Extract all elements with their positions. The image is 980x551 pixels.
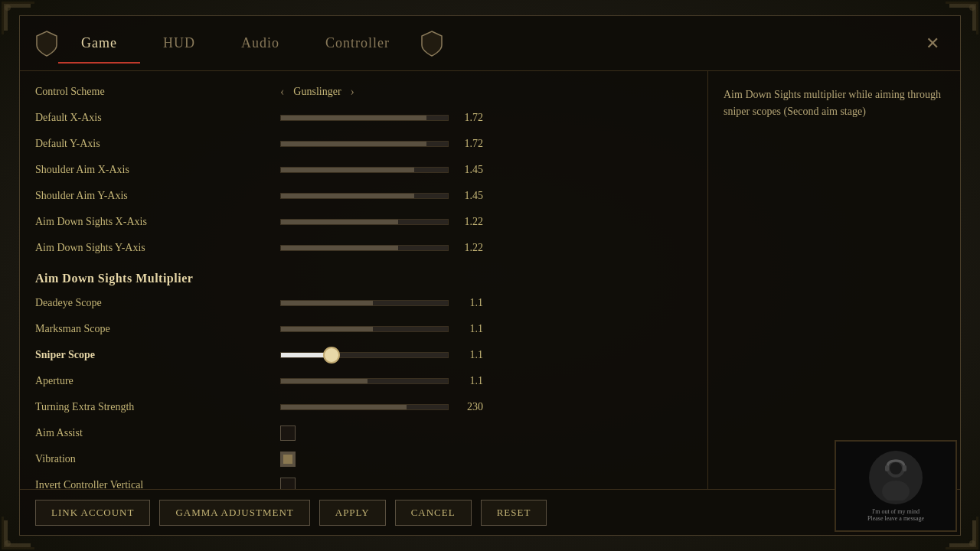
axis-slider-container-3: 1.45 [280, 190, 483, 202]
axis-value-2: 1.45 [456, 164, 483, 176]
axis-row-2: Shoulder Aim X-Axis 1.45 [35, 157, 692, 183]
checkbox-label-0: Aim Assist [35, 427, 280, 439]
axis-row-0: Default X-Axis 1.72 [35, 105, 692, 131]
axis-label-3: Shoulder Aim Y-Axis [35, 190, 280, 202]
checkbox-1[interactable] [280, 452, 296, 467]
axis-label-1: Default Y-Axis [35, 138, 280, 150]
settings-panel: Game HUD Audio Controller ✕ Control Sche… [19, 15, 961, 536]
tab-controller[interactable]: Controller [302, 29, 413, 57]
multiplier-label-1: Marksman Scope [35, 323, 280, 335]
svg-rect-7 [885, 465, 889, 471]
multiplier-slider-container-1: 1.1 [280, 323, 483, 335]
webcam-overlay: I'm out of my mindPlease leave a message [835, 440, 957, 532]
svg-point-1 [969, 5, 975, 11]
multiplier-slider-track-1[interactable] [280, 326, 449, 332]
axis-value-5: 1.22 [456, 242, 483, 254]
checkbox-label-2: Invert Controller Vertical [35, 479, 280, 489]
tab-bar: Game HUD Audio Controller ✕ [20, 16, 960, 71]
info-text: Aim Down Sights multiplier while aiming … [724, 86, 945, 121]
axis-label-0: Default X-Axis [35, 112, 280, 124]
axis-value-4: 1.22 [456, 216, 483, 228]
checkbox-row-1: Vibration [35, 446, 692, 472]
control-scheme-prev[interactable]: ‹ [280, 85, 284, 99]
link-account-button[interactable]: LINK ACCOUNT [35, 500, 150, 526]
axis-slider-fill-4 [281, 220, 398, 224]
multiplier-slider-container-2: 1.1 [280, 349, 483, 361]
svg-point-6 [890, 462, 902, 474]
axis-slider-container-0: 1.72 [280, 112, 483, 124]
control-scheme-value: ‹ Gunslinger › [280, 85, 354, 99]
multiplier-slider-track-2[interactable] [280, 352, 449, 358]
axis-slider-fill-1 [281, 142, 426, 146]
multiplier-label-0: Deadeye Scope [35, 297, 280, 309]
multiplier-slider-container-3: 1.1 [280, 375, 483, 387]
axis-slider-track-2[interactable] [280, 167, 449, 173]
webcam-text: I'm out of my mindPlease leave a message [864, 508, 928, 522]
shield-icon-right [420, 30, 443, 57]
shield-icon-left [35, 30, 58, 57]
gamma-adjustment-button[interactable]: GAMMA ADJUSTMENT [159, 500, 309, 526]
axis-row-1: Default Y-Axis 1.72 [35, 131, 692, 157]
control-scheme-label: Control Scheme [35, 86, 280, 98]
tab-game[interactable]: Game [58, 29, 140, 57]
axis-slider-track-1[interactable] [280, 141, 449, 147]
axis-slider-fill-2 [281, 168, 414, 172]
footer-bar: LINK ACCOUNT GAMMA ADJUSTMENT APPLY CANC… [20, 489, 960, 535]
axis-slider-track-5[interactable] [280, 245, 449, 251]
checkbox-label-1: Vibration [35, 453, 280, 465]
content-area: Control Scheme ‹ Gunslinger › Default X-… [20, 71, 960, 489]
multipliers-container: Deadeye Scope 1.1 Marksman Scope 1.1 Sni… [35, 290, 692, 394]
settings-list: Control Scheme ‹ Gunslinger › Default X-… [20, 71, 707, 489]
svg-point-3 [969, 540, 975, 546]
turning-slider-fill [281, 405, 407, 409]
axes-container: Default X-Axis 1.72 Default Y-Axis 1.72 … [35, 105, 692, 261]
reset-button[interactable]: RESET [481, 500, 547, 526]
person-head [869, 451, 923, 504]
close-button[interactable]: ✕ [920, 31, 945, 56]
turning-value: 230 [456, 401, 483, 413]
control-scheme-next[interactable]: › [351, 85, 354, 99]
tab-audio[interactable]: Audio [218, 29, 302, 57]
checkbox-row-2: Invert Controller Vertical [35, 472, 692, 489]
webcam-background: I'm out of my mindPlease leave a message [836, 442, 956, 530]
multiplier-row-1: Marksman Scope 1.1 [35, 316, 692, 342]
control-scheme-row: Control Scheme ‹ Gunslinger › [35, 79, 692, 105]
multiplier-slider-track-3[interactable] [280, 378, 449, 384]
multiplier-value-0: 1.1 [456, 297, 483, 309]
multiplier-section-header: Aim Down Sights Multiplier [35, 261, 692, 290]
multiplier-label-3: Aperture [35, 375, 280, 387]
svg-point-0 [5, 5, 11, 11]
control-scheme-text: Gunslinger [293, 86, 341, 98]
axis-label-4: Aim Down Sights X-Axis [35, 216, 280, 228]
axis-slider-track-3[interactable] [280, 193, 449, 199]
turning-slider-track[interactable] [280, 404, 449, 410]
axis-slider-container-2: 1.45 [280, 164, 483, 176]
axis-slider-track-4[interactable] [280, 219, 449, 225]
turning-row: Turning Extra Strength 230 [35, 394, 692, 420]
multiplier-value-1: 1.1 [456, 323, 483, 335]
multiplier-slider-fill-1 [281, 327, 373, 331]
multiplier-row-3: Aperture 1.1 [35, 368, 692, 394]
active-thumb-2[interactable] [323, 347, 340, 364]
axis-slider-container-4: 1.22 [280, 216, 483, 228]
checkbox-0[interactable] [280, 425, 296, 441]
axis-slider-fill-0 [281, 116, 426, 120]
axis-label-5: Aim Down Sights Y-Axis [35, 242, 280, 254]
axis-value-3: 1.45 [456, 190, 483, 202]
turning-slider-container: 230 [280, 401, 483, 413]
svg-point-5 [882, 481, 910, 500]
multiplier-label-2: Sniper Scope [35, 349, 280, 361]
multiplier-value-2: 1.1 [456, 349, 483, 361]
apply-button[interactable]: APPLY [319, 500, 386, 526]
person-silhouette-svg [877, 455, 915, 500]
checkbox-row-0: Aim Assist [35, 420, 692, 446]
multiplier-slider-fill-0 [281, 301, 373, 305]
axis-slider-track-0[interactable] [280, 115, 449, 121]
axis-value-0: 1.72 [456, 112, 483, 124]
axis-row-5: Aim Down Sights Y-Axis 1.22 [35, 235, 692, 261]
cancel-button[interactable]: CANCEL [395, 500, 472, 526]
svg-rect-8 [903, 465, 906, 471]
tab-hud[interactable]: HUD [140, 29, 218, 57]
checkbox-2[interactable] [280, 478, 296, 489]
multiplier-slider-track-0[interactable] [280, 300, 449, 306]
